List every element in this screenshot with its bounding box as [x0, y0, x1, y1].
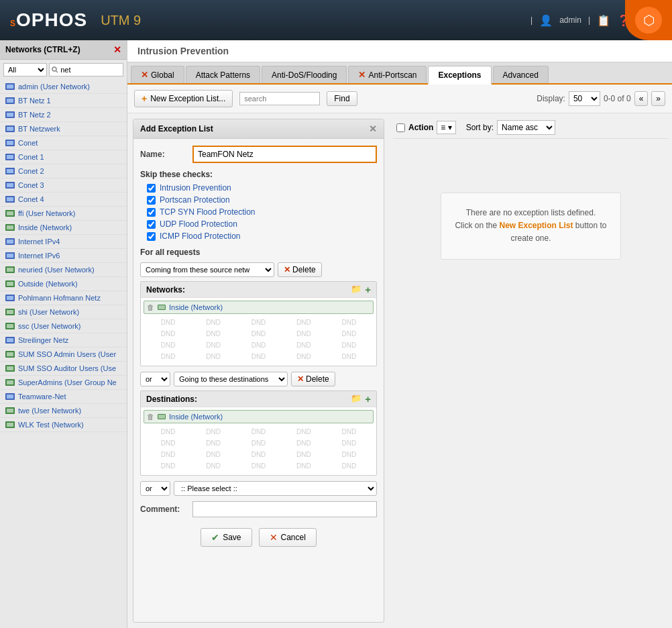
sidebar-filter-select[interactable]: All	[3, 63, 47, 76]
check-intrusion-prevention[interactable]	[147, 184, 156, 193]
prev-page-button[interactable]: «	[634, 91, 649, 106]
sidebar-close-button[interactable]: ✕	[113, 44, 121, 55]
or-dest-select[interactable]: or and	[140, 372, 170, 386]
content-body: Add Exception List ✕ Name: Skip these ch…	[127, 113, 672, 628]
tab-attack-patterns[interactable]: Attack Patterns	[186, 66, 260, 83]
check-udp-flood[interactable]	[147, 220, 156, 229]
toolbar: + New Exception List... Find Display: 50…	[127, 85, 672, 113]
sort-select[interactable]: Name asc Name desc	[497, 120, 555, 135]
list-item[interactable]: Conet 3	[0, 178, 127, 193]
action-select-all[interactable]	[396, 123, 405, 132]
list-item[interactable]: Inside (Network)	[0, 221, 127, 235]
folder-icon[interactable]: 📁	[351, 284, 361, 295]
list-item[interactable]: SUM SSO Auditor Users (Use	[0, 362, 127, 376]
dnd-cell: DND	[191, 450, 235, 460]
list-item[interactable]: SUM SSO Admin Users (User	[0, 348, 127, 362]
sidebar-list: admin (User Network) BT Netz 1 BT Netz 2…	[0, 80, 127, 628]
tab-advanced-label: Advanced	[503, 70, 539, 80]
action-menu-button[interactable]: ≡ ▾	[437, 121, 455, 134]
delete-dest-label: Delete	[306, 374, 329, 384]
check-icmp-flood[interactable]	[147, 232, 156, 241]
list-item[interactable]: Conet 1	[0, 150, 127, 164]
list-item[interactable]: shi (User Network)	[0, 305, 127, 319]
add-dest-icon[interactable]: +	[365, 393, 371, 405]
dest-condition-select[interactable]: Going to these destinations	[174, 372, 288, 386]
list-item[interactable]: ssc (User Network)	[0, 319, 127, 333]
dnd-cell: DND	[191, 427, 235, 437]
search-input[interactable]	[239, 92, 320, 105]
sidebar-header: Networks (CTRL+Z) ✕	[0, 40, 127, 60]
empty-container: There are no exception lists defined. Cl…	[393, 179, 669, 260]
add-network-icon[interactable]: +	[365, 284, 371, 295]
list-item[interactable]: neuried (User Network)	[0, 263, 127, 277]
name-input[interactable]	[192, 146, 377, 163]
form-close-button[interactable]: ✕	[369, 123, 377, 134]
utm-title: UTM 9	[101, 13, 141, 28]
form-panel-header: Add Exception List ✕	[133, 119, 384, 139]
display-count-select[interactable]: 50 25 100	[569, 91, 600, 106]
network-icon	[5, 379, 15, 386]
dnd-cell: DND	[282, 450, 325, 460]
list-item[interactable]: admin (User Network)	[0, 80, 127, 94]
network-icon	[5, 125, 15, 132]
sidebar-item-label: Streilinger Netz	[18, 336, 68, 344]
action-header: Action ≡ ▾ Sort by: Name asc Name desc	[393, 117, 669, 139]
list-item[interactable]: Streilinger Netz	[0, 333, 127, 348]
sidebar-search-input[interactable]	[49, 63, 123, 76]
network-icon	[5, 252, 15, 259]
content-area: Intrusion Prevention ✕ Global Attack Pat…	[127, 40, 672, 628]
user-icon[interactable]: 👤	[539, 14, 553, 27]
remove-dest-network-icon[interactable]: 🗑	[147, 413, 154, 421]
list-item[interactable]: WLK Test (Network)	[0, 418, 127, 432]
tab-exceptions[interactable]: Exceptions	[428, 66, 491, 85]
please-select-or[interactable]: or and	[140, 481, 170, 496]
check-tcp-syn[interactable]	[147, 208, 156, 217]
list-item[interactable]: Conet 4	[0, 193, 127, 207]
list-item[interactable]: BT Netz 2	[0, 108, 127, 122]
remove-source-network-icon[interactable]: 🗑	[147, 303, 154, 311]
list-item[interactable]: Internet IPv6	[0, 249, 127, 263]
dnd-grid-1: DND DND DND DND DND DND DND DND DND DND	[144, 316, 374, 363]
list-item[interactable]: ffi (User Network)	[0, 207, 127, 221]
list-item[interactable]: Conet 2	[0, 164, 127, 178]
sidebar-item-label: BT Netz 2	[18, 111, 51, 119]
tab-anti-dos[interactable]: Anti-DoS/Flooding	[262, 66, 347, 83]
dnd-cell: DND	[327, 329, 371, 339]
list-item[interactable]: BT Netzwerk	[0, 122, 127, 136]
find-button[interactable]: Find	[327, 91, 357, 106]
comment-input[interactable]	[192, 501, 377, 517]
cancel-button[interactable]: ✕ Cancel	[259, 528, 317, 547]
clipboard-icon[interactable]: 📋	[597, 14, 610, 27]
list-item[interactable]: Conet	[0, 136, 127, 150]
list-item[interactable]: SuperAdmins (User Group Ne	[0, 376, 127, 390]
network-icon	[5, 309, 15, 315]
next-page-button[interactable]: »	[651, 91, 665, 106]
tab-advanced[interactable]: Advanced	[493, 66, 549, 83]
dnd-cell: DND	[237, 352, 280, 362]
network-icon	[5, 266, 15, 273]
network-icon	[5, 295, 15, 301]
dnd-cell: DND	[282, 461, 325, 471]
please-select-dropdown[interactable]: :: Please select ::	[174, 481, 377, 496]
save-button[interactable]: ✔ Save	[201, 528, 251, 547]
tab-anti-portscan[interactable]: ✕ Anti-Portscan	[348, 66, 427, 83]
tab-global[interactable]: ✕ Global	[131, 66, 184, 83]
check-portscan-label: Portscan Protection	[160, 195, 230, 205]
list-item[interactable]: twe (User Network)	[0, 404, 127, 418]
new-exception-list-button[interactable]: + New Exception List...	[134, 90, 233, 107]
list-item[interactable]: Internet IPv4	[0, 235, 127, 249]
delete-icon: ✕	[284, 265, 290, 274]
dnd-cell: DND	[191, 438, 235, 448]
network-icon	[5, 337, 15, 344]
check-portscan-protection[interactable]	[147, 196, 156, 205]
delete-dest-button[interactable]: ✕ Delete	[291, 372, 335, 386]
sidebar-item-label: WLK Test (Network)	[18, 421, 84, 429]
delete-source-button[interactable]: ✕ Delete	[278, 262, 322, 277]
source-condition-select[interactable]: Coming from these source netw	[140, 262, 274, 277]
list-item[interactable]: BT Netz 1	[0, 94, 127, 108]
list-item[interactable]: Outside (Network)	[0, 277, 127, 291]
folder-dest-icon[interactable]: 📁	[351, 393, 361, 405]
list-item[interactable]: Teamware-Net	[0, 390, 127, 404]
list-item[interactable]: Pohlmann Hofmann Netz	[0, 291, 127, 305]
dnd-grid-2: DND DND DND DND DND DND DND DND DND DND	[144, 425, 374, 472]
